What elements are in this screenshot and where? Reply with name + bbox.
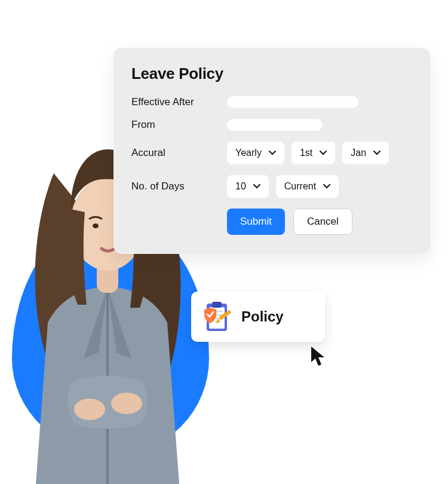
cancel-button[interactable]: Cancel (293, 209, 352, 235)
clipboard-policy-icon (202, 301, 232, 333)
submit-button[interactable]: Submit (227, 209, 285, 235)
card-title: Leave Policy (131, 65, 412, 83)
button-row: Submit Cancel (227, 209, 412, 235)
row-from: From (131, 119, 412, 131)
chevron-down-icon (320, 151, 327, 155)
chevron-down-icon (373, 151, 381, 155)
accrual-day-select[interactable]: 1st (291, 142, 335, 164)
policy-chip-label: Policy (241, 308, 284, 325)
chevron-down-icon (253, 184, 260, 189)
row-accrual: Accural Yearly 1st Jan (131, 142, 412, 164)
label-effective-after: Effective After (131, 96, 221, 108)
leave-policy-card: Leave Policy Effective After From Accura… (113, 48, 430, 254)
accrual-period-select[interactable]: Yearly (227, 142, 284, 164)
effective-after-input[interactable] (227, 96, 358, 108)
policy-chip[interactable]: Policy (191, 292, 325, 342)
chevron-down-icon (269, 151, 276, 155)
row-no-of-days: No. of Days 10 Current (131, 175, 412, 198)
days-mode-select[interactable]: Current (276, 175, 339, 198)
days-count-value: 10 (235, 181, 246, 192)
days-count-select[interactable]: 10 (227, 175, 269, 198)
accrual-period-value: Yearly (235, 148, 262, 158)
label-from: From (131, 119, 221, 131)
cursor-icon (309, 345, 327, 367)
accrual-month-select[interactable]: Jan (342, 142, 389, 164)
row-effective-after: Effective After (131, 96, 412, 108)
accrual-month-value: Jan (351, 148, 366, 158)
days-mode-value: Current (284, 181, 316, 192)
accrual-day-value: 1st (300, 148, 312, 158)
svg-rect-8 (212, 302, 222, 308)
from-input[interactable] (227, 119, 323, 131)
label-no-of-days: No. of Days (131, 180, 221, 192)
chevron-down-icon (323, 184, 330, 189)
label-accrual: Accural (131, 147, 221, 159)
